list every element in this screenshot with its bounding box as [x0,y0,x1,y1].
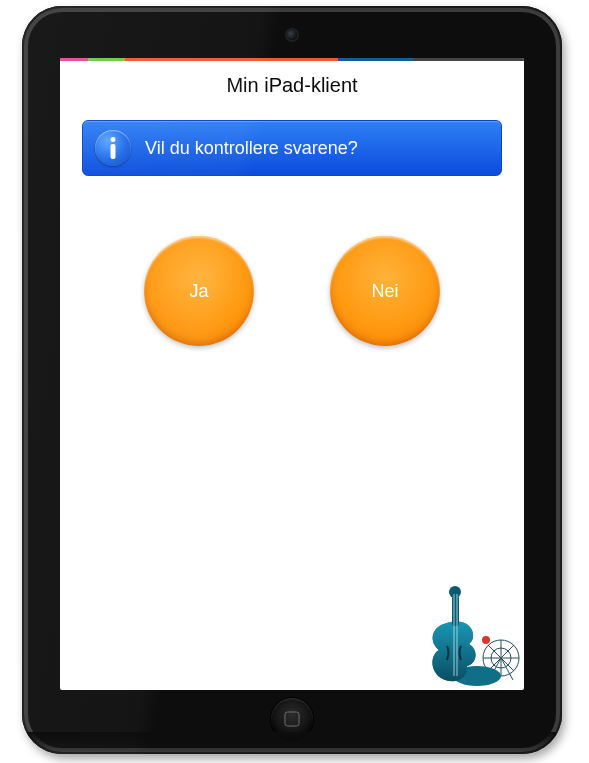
info-icon [95,130,131,166]
svg-point-0 [483,640,519,676]
svg-line-5 [488,645,514,671]
svg-point-1 [491,648,511,668]
info-banner-text: Vil du kontrollere svarene? [145,138,358,159]
status-bar-accent [60,58,524,61]
corner-illustration [389,580,524,690]
svg-line-4 [488,645,514,671]
app-screen: Min iPad-klient Vil du kontrollere svare… [60,58,524,690]
ipad-frame: Min iPad-klient Vil du kontrollere svare… [22,6,562,754]
app-title: Min iPad-klient [60,74,524,97]
info-banner: Vil du kontrollere svarene? [82,120,502,176]
no-button[interactable]: Nei [330,236,440,346]
answer-buttons: Ja Nei [60,236,524,346]
svg-point-8 [449,586,461,598]
device-home-button[interactable] [271,698,313,740]
svg-rect-7 [452,596,459,626]
svg-point-6 [453,666,501,686]
device-camera [287,30,297,40]
yes-button[interactable]: Ja [144,236,254,346]
svg-point-11 [482,636,490,644]
